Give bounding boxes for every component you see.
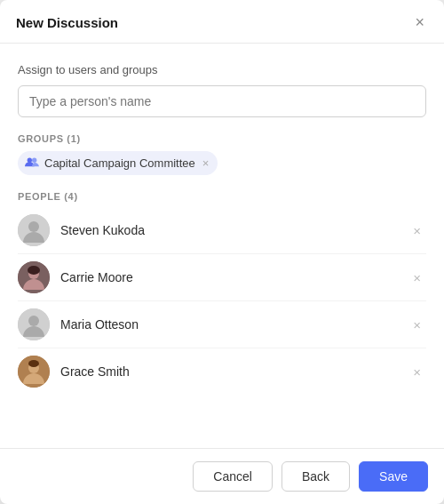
- new-discussion-modal: New Discussion × Assign to users and gro…: [0, 0, 444, 504]
- avatar: [18, 214, 50, 246]
- person-name: Maria Otteson: [60, 317, 397, 332]
- avatar: [18, 261, 50, 293]
- modal-header: New Discussion ×: [0, 0, 444, 44]
- svg-point-6: [28, 266, 40, 275]
- modal-body: Assign to users and groups GROUPS (1) Ca…: [0, 44, 444, 448]
- avatar: [18, 356, 50, 388]
- person-name: Carrie Moore: [60, 270, 397, 284]
- save-button[interactable]: Save: [359, 461, 428, 492]
- close-button[interactable]: ×: [411, 12, 428, 32]
- person-remove-button[interactable]: ×: [408, 269, 426, 286]
- modal-footer: Cancel Back Save: [0, 448, 444, 504]
- people-header: PEOPLE (4): [18, 191, 426, 202]
- modal-title: New Discussion: [16, 15, 118, 30]
- person-row: Carrie Moore ×: [18, 254, 426, 301]
- svg-point-8: [28, 316, 39, 326]
- search-input[interactable]: [18, 85, 426, 117]
- person-row: Maria Otteson ×: [18, 301, 426, 348]
- person-remove-button[interactable]: ×: [408, 364, 426, 380]
- person-name: Steven Kukoda: [60, 223, 397, 237]
- person-row: Grace Smith ×: [18, 348, 426, 395]
- person-remove-button[interactable]: ×: [408, 316, 426, 333]
- svg-point-1: [32, 158, 36, 163]
- cancel-button[interactable]: Cancel: [193, 461, 273, 492]
- avatar: [18, 308, 50, 340]
- groups-header: GROUPS (1): [18, 133, 426, 144]
- group-tag-remove-button[interactable]: ×: [202, 157, 210, 169]
- group-tag: Capital Campaign Committee ×: [18, 151, 218, 175]
- svg-point-11: [28, 360, 39, 367]
- group-tag-label: Capital Campaign Committee: [44, 156, 195, 170]
- assign-label: Assign to users and groups: [18, 63, 426, 76]
- group-icon: [25, 156, 39, 171]
- person-name: Grace Smith: [60, 364, 397, 379]
- svg-point-3: [28, 221, 39, 232]
- back-button[interactable]: Back: [281, 461, 350, 492]
- person-row: Steven Kukoda ×: [18, 207, 426, 254]
- person-remove-button[interactable]: ×: [408, 222, 426, 239]
